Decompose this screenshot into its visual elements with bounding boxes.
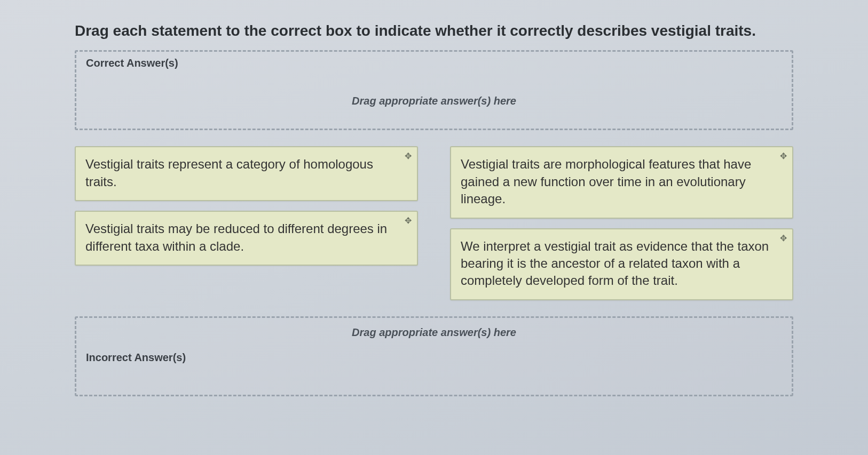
- move-icon: ✥: [405, 215, 412, 227]
- answer-cards-area: ✥ Vestigial traits represent a category …: [75, 146, 793, 300]
- card-text: We interpret a vestigial trait as eviden…: [461, 239, 769, 288]
- move-icon: ✥: [405, 150, 412, 162]
- correct-zone-label: Correct Answer(s): [86, 57, 782, 69]
- incorrect-zone-placeholder: Drag appropriate answer(s) here: [86, 323, 782, 345]
- incorrect-zone-label: Incorrect Answer(s): [86, 352, 782, 364]
- card-text: Vestigial traits may be reduced to diffe…: [85, 221, 387, 253]
- correct-zone-placeholder: Drag appropriate answer(s) here: [86, 85, 782, 111]
- question-prompt: Drag each statement to the correct box t…: [75, 21, 793, 41]
- incorrect-drop-zone[interactable]: Drag appropriate answer(s) here Incorrec…: [75, 316, 793, 396]
- question-stage: Drag each statement to the correct box t…: [0, 0, 868, 396]
- cards-column-left: ✥ Vestigial traits represent a category …: [75, 146, 418, 300]
- move-icon: ✥: [780, 150, 787, 162]
- move-icon: ✥: [780, 233, 787, 244]
- card-text: Vestigial traits are morphological featu…: [461, 157, 751, 206]
- answer-card[interactable]: ✥ Vestigial traits may be reduced to dif…: [75, 211, 418, 266]
- answer-card[interactable]: ✥ Vestigial traits are morphological fea…: [450, 146, 793, 218]
- correct-drop-zone[interactable]: Correct Answer(s) Drag appropriate answe…: [75, 50, 793, 130]
- answer-card[interactable]: ✥ Vestigial traits represent a category …: [75, 146, 418, 201]
- cards-column-right: ✥ Vestigial traits are morphological fea…: [450, 146, 793, 300]
- answer-card[interactable]: ✥ We interpret a vestigial trait as evid…: [450, 228, 793, 300]
- card-text: Vestigial traits represent a category of…: [85, 157, 373, 188]
